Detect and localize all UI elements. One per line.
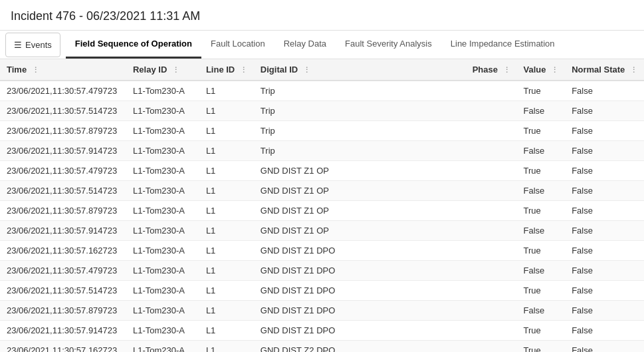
cell-col-relay: L1-Tom230-A bbox=[126, 121, 199, 141]
cell-col-relay: L1-Tom230-A bbox=[126, 321, 199, 341]
data-table: Time ⋮ Relay ID ⋮ Line ID ⋮ Digital ID ⋮… bbox=[0, 59, 644, 352]
tab-field-sequence[interactable]: Field Sequence of Operation bbox=[66, 31, 201, 59]
data-table-container: Time ⋮ Relay ID ⋮ Line ID ⋮ Digital ID ⋮… bbox=[0, 59, 644, 352]
cell-col-value: False bbox=[517, 261, 566, 281]
table-header-row: Time ⋮ Relay ID ⋮ Line ID ⋮ Digital ID ⋮… bbox=[0, 59, 644, 81]
phase-col-menu-icon[interactable]: ⋮ bbox=[503, 66, 510, 75]
cell-col-normal: False bbox=[565, 241, 644, 261]
digital-col-menu-icon[interactable]: ⋮ bbox=[303, 66, 310, 75]
cell-col-digital: GND DIST Z1 DPO bbox=[254, 301, 466, 321]
table-row: 23/06/2021,11:30:57.914723L1-Tom230-AL1T… bbox=[0, 141, 644, 161]
cell-col-normal: False bbox=[565, 161, 644, 181]
cell-col-phase bbox=[466, 161, 517, 181]
col-header-line-id: Line ID ⋮ bbox=[199, 59, 254, 81]
cell-col-phase bbox=[466, 81, 517, 101]
cell-col-line: L1 bbox=[199, 281, 254, 301]
cell-col-line: L1 bbox=[199, 181, 254, 201]
cell-col-value: True bbox=[517, 321, 566, 341]
cell-col-line: L1 bbox=[199, 101, 254, 121]
cell-col-line: L1 bbox=[199, 321, 254, 341]
table-row: 23/06/2021,11:30:57.914723L1-Tom230-AL1G… bbox=[0, 321, 644, 341]
cell-col-time: 23/06/2021,11:30:57.479723 bbox=[0, 81, 126, 101]
cell-col-relay: L1-Tom230-A bbox=[126, 141, 199, 161]
cell-col-phase bbox=[466, 121, 517, 141]
page-title: Incident 476 - 06/23/2021 11:31 AM bbox=[0, 0, 644, 31]
cell-col-normal: False bbox=[565, 321, 644, 341]
cell-col-value: True bbox=[517, 121, 566, 141]
cell-col-phase bbox=[466, 281, 517, 301]
table-row: 23/06/2021,11:30:57.514723L1-Tom230-AL1G… bbox=[0, 281, 644, 301]
table-row: 23/06/2021,11:30:57.879723L1-Tom230-AL1G… bbox=[0, 201, 644, 221]
cell-col-relay: L1-Tom230-A bbox=[126, 101, 199, 121]
cell-col-value: False bbox=[517, 141, 566, 161]
cell-col-phase bbox=[466, 321, 517, 341]
cell-col-time: 23/06/2021,11:30:57.914723 bbox=[0, 141, 126, 161]
cell-col-normal: False bbox=[565, 201, 644, 221]
cell-col-time: 23/06/2021,11:30:57.514723 bbox=[0, 281, 126, 301]
cell-col-line: L1 bbox=[199, 141, 254, 161]
cell-col-digital: GND DIST Z2 DPO bbox=[254, 341, 466, 353]
cell-col-phase bbox=[466, 261, 517, 281]
cell-col-relay: L1-Tom230-A bbox=[126, 241, 199, 261]
cell-col-digital: GND DIST Z1 OP bbox=[254, 181, 466, 201]
col-header-relay-id: Relay ID ⋮ bbox=[126, 59, 199, 81]
tab-relay-data[interactable]: Relay Data bbox=[274, 31, 336, 59]
table-row: 23/06/2021,11:30:57.162723L1-Tom230-AL1G… bbox=[0, 241, 644, 261]
table-row: 23/06/2021,11:30:57.162723L1-Tom230-AL1G… bbox=[0, 341, 644, 353]
cell-col-line: L1 bbox=[199, 241, 254, 261]
cell-col-normal: False bbox=[565, 261, 644, 281]
cell-col-time: 23/06/2021,11:30:57.162723 bbox=[0, 241, 126, 261]
cell-col-normal: False bbox=[565, 301, 644, 321]
cell-col-relay: L1-Tom230-A bbox=[126, 261, 199, 281]
events-label: Events bbox=[25, 40, 52, 50]
cell-col-normal: False bbox=[565, 121, 644, 141]
tab-fault-location[interactable]: Fault Location bbox=[201, 31, 274, 59]
cell-col-phase bbox=[466, 181, 517, 201]
cell-col-line: L1 bbox=[199, 201, 254, 221]
cell-col-line: L1 bbox=[199, 341, 254, 353]
events-button[interactable]: ☰ Events bbox=[5, 33, 60, 57]
cell-col-value: False bbox=[517, 181, 566, 201]
tab-fault-severity[interactable]: Fault Severity Analysis bbox=[336, 31, 441, 59]
table-row: 23/06/2021,11:30:57.514723L1-Tom230-AL1T… bbox=[0, 101, 644, 121]
cell-col-relay: L1-Tom230-A bbox=[126, 221, 199, 241]
cell-col-relay: L1-Tom230-A bbox=[126, 341, 199, 353]
cell-col-time: 23/06/2021,11:30:57.479723 bbox=[0, 261, 126, 281]
cell-col-value: True bbox=[517, 161, 566, 181]
cell-col-digital: Trip bbox=[254, 101, 466, 121]
normal-col-menu-icon[interactable]: ⋮ bbox=[630, 66, 637, 75]
cell-col-digital: Trip bbox=[254, 81, 466, 101]
cell-col-line: L1 bbox=[199, 221, 254, 241]
tabs-bar: ☰ Events Field Sequence of Operation Fau… bbox=[0, 31, 644, 59]
table-body: 23/06/2021,11:30:57.479723L1-Tom230-AL1T… bbox=[0, 81, 644, 352]
cell-col-digital: GND DIST Z1 OP bbox=[254, 161, 466, 181]
cell-col-line: L1 bbox=[199, 121, 254, 141]
cell-col-value: True bbox=[517, 341, 566, 353]
cell-col-line: L1 bbox=[199, 81, 254, 101]
value-col-menu-icon[interactable]: ⋮ bbox=[551, 66, 558, 75]
cell-col-time: 23/06/2021,11:30:57.914723 bbox=[0, 321, 126, 341]
cell-col-normal: False bbox=[565, 221, 644, 241]
time-col-menu-icon[interactable]: ⋮ bbox=[32, 66, 39, 75]
cell-col-value: False bbox=[517, 301, 566, 321]
cell-col-time: 23/06/2021,11:30:57.162723 bbox=[0, 341, 126, 353]
col-header-phase: Phase ⋮ bbox=[466, 59, 517, 81]
cell-col-value: True bbox=[517, 241, 566, 261]
relay-col-menu-icon[interactable]: ⋮ bbox=[172, 66, 179, 75]
cell-col-normal: False bbox=[565, 341, 644, 353]
tab-line-impedance[interactable]: Line Impedance Estimation bbox=[441, 31, 564, 59]
col-header-value: Value ⋮ bbox=[517, 59, 566, 81]
line-col-menu-icon[interactable]: ⋮ bbox=[240, 66, 247, 75]
cell-col-digital: Trip bbox=[254, 141, 466, 161]
cell-col-phase bbox=[466, 101, 517, 121]
cell-col-value: True bbox=[517, 81, 566, 101]
cell-col-phase bbox=[466, 241, 517, 261]
cell-col-phase bbox=[466, 301, 517, 321]
cell-col-normal: False bbox=[565, 281, 644, 301]
cell-col-time: 23/06/2021,11:30:57.514723 bbox=[0, 181, 126, 201]
cell-col-line: L1 bbox=[199, 161, 254, 181]
calendar-icon: ☰ bbox=[14, 40, 22, 50]
cell-col-normal: False bbox=[565, 101, 644, 121]
table-row: 23/06/2021,11:30:57.879723L1-Tom230-AL1T… bbox=[0, 121, 644, 141]
cell-col-value: False bbox=[517, 101, 566, 121]
